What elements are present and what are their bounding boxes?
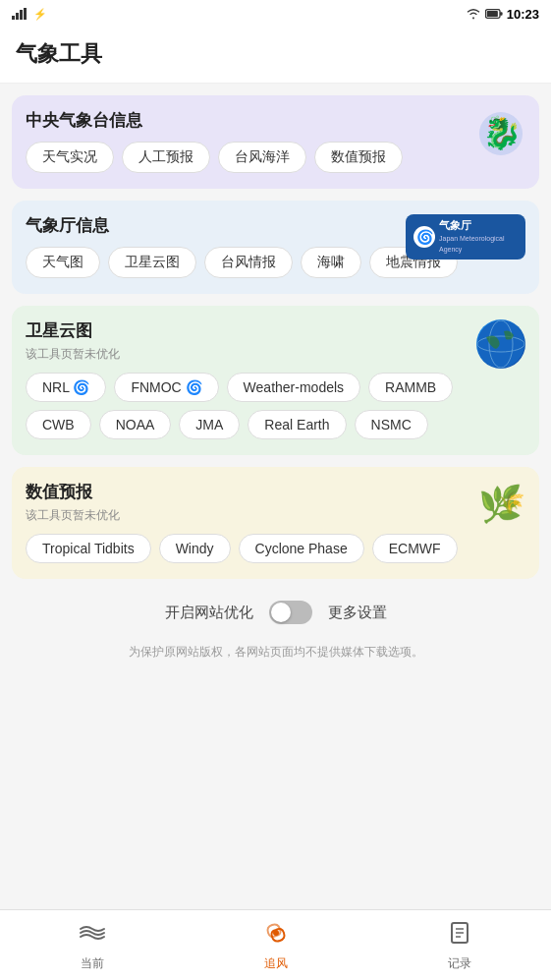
svg-text:🌾: 🌾	[498, 490, 525, 516]
bottom-navigation: 当前 追风 记录	[0, 909, 551, 980]
satellite-title: 卫星云图	[26, 319, 525, 342]
optimize-toggle[interactable]	[269, 601, 312, 624]
tag-tropical-tidbits[interactable]: Tropical Tidbits	[26, 534, 151, 563]
jma-circle-icon: 🌀	[413, 226, 435, 248]
tag-typhoon-info[interactable]: 台风情报	[204, 247, 293, 278]
tag-noaa[interactable]: NOAA	[99, 410, 172, 439]
svg-rect-0	[12, 16, 15, 20]
numerical-title: 数值预报	[26, 481, 525, 503]
section-jma: 🌀 气象厅 Japan Meteorological Agency 气象厅信息 …	[12, 201, 539, 294]
svg-rect-3	[24, 8, 27, 20]
section-numerical: 🌿 🌾 数值预报 该工具页暂未优化 Tropical Tidbits Windy…	[12, 467, 539, 579]
typhoon-nav-icon	[262, 919, 290, 952]
page-title: 气象工具	[16, 39, 535, 69]
signal-icon	[12, 8, 28, 20]
globe-satellite-icon	[476, 319, 525, 369]
svg-text:🐉: 🐉	[482, 114, 522, 151]
tag-satellite-image[interactable]: 卫星云图	[108, 247, 196, 278]
tag-numerical-forecast[interactable]: 数值预报	[314, 142, 403, 173]
central-tags: 天气实况 人工预报 台风海洋 数值预报	[26, 142, 525, 173]
nav-records[interactable]: 记录	[367, 911, 551, 980]
toggle-row: 开启网站优化 更多设置	[12, 591, 539, 628]
tag-nrl[interactable]: NRL 🌀	[26, 373, 106, 402]
numerical-svg: 🌿 🌾	[476, 481, 525, 530]
section-central: 🐉 中央气象台信息 天气实况 人工预报 台风海洋 数值预报	[12, 95, 539, 189]
wifi-icon	[466, 8, 481, 20]
svg-text:⚡: ⚡	[33, 7, 45, 21]
dragon-icon: 🐉	[477, 110, 524, 157]
numerical-icon: 🌿 🌾	[476, 481, 525, 530]
earth-svg	[476, 319, 525, 369]
jma-logo-text: 气象厅 Japan Meteorological Agency	[439, 218, 518, 256]
jma-logo: 🌀 气象厅 Japan Meteorological Agency	[406, 214, 525, 259]
battery-icon	[485, 8, 503, 20]
tag-weather-models[interactable]: Weather-models	[227, 373, 360, 402]
wind-icon	[79, 919, 106, 952]
tag-manual-forecast[interactable]: 人工预报	[122, 142, 210, 173]
satellite-tags: NRL 🌀 FNMOC 🌀 Weather-models RAMMB CWB N…	[26, 373, 525, 439]
tag-fnmoc[interactable]: FNMOC 🌀	[114, 373, 218, 402]
section-satellite: 卫星云图 该工具页暂未优化 NRL 🌀 FNMOC 🌀 Weather-mode…	[12, 306, 539, 455]
status-right: 10:23	[466, 7, 539, 22]
records-icon	[446, 919, 473, 952]
numerical-tags: Tropical Tidbits Windy Cyclone Phase ECM…	[26, 534, 525, 563]
svg-point-10	[477, 320, 524, 368]
tag-tsunami[interactable]: 海啸	[301, 247, 361, 278]
nav-current[interactable]: 当前	[0, 911, 184, 980]
toggle-label: 开启网站优化	[165, 604, 253, 622]
status-left: ⚡	[12, 7, 45, 21]
status-bar: ⚡ 10:23	[0, 0, 551, 28]
svg-rect-1	[16, 13, 19, 20]
nav-records-label: 记录	[448, 955, 471, 972]
tag-cwb[interactable]: CWB	[26, 410, 91, 439]
tag-weather-live[interactable]: 天气实况	[26, 142, 114, 173]
numerical-subtitle: 该工具页暂未优化	[26, 507, 525, 524]
disclaimer-text: 为保护原网站版权，各网站页面均不提供媒体下载选项。	[12, 640, 539, 664]
nav-typhoon[interactable]: 追风	[184, 911, 367, 980]
nav-current-label: 当前	[81, 955, 104, 972]
tag-weather-map[interactable]: 天气图	[26, 247, 100, 278]
tag-rammb[interactable]: RAMMB	[368, 373, 453, 402]
svg-rect-2	[20, 10, 23, 20]
tag-ecmwf[interactable]: ECMWF	[372, 534, 458, 563]
main-content: 🐉 中央气象台信息 天气实况 人工预报 台风海洋 数值预报 🌀 气象厅 Japa…	[0, 84, 551, 743]
satellite-subtitle: 该工具页暂未优化	[26, 346, 525, 363]
tag-cyclone-phase[interactable]: Cyclone Phase	[239, 534, 364, 563]
svg-rect-6	[500, 12, 503, 15]
nav-typhoon-label: 追风	[264, 955, 288, 972]
tag-nsmc[interactable]: NSMC	[355, 410, 428, 439]
bluetooth-icon: ⚡	[31, 7, 45, 21]
svg-rect-7	[486, 11, 497, 17]
more-settings-button[interactable]: 更多设置	[328, 604, 387, 622]
tag-real-earth[interactable]: Real Earth	[248, 410, 346, 439]
tag-typhoon-ocean[interactable]: 台风海洋	[218, 142, 306, 173]
app-header: 气象工具	[0, 28, 551, 84]
tag-windy[interactable]: Windy	[159, 534, 231, 563]
time-display: 10:23	[507, 7, 539, 22]
central-title: 中央气象台信息	[26, 109, 525, 132]
central-icon: 🐉	[476, 109, 525, 158]
tag-jma[interactable]: JMA	[179, 410, 240, 439]
